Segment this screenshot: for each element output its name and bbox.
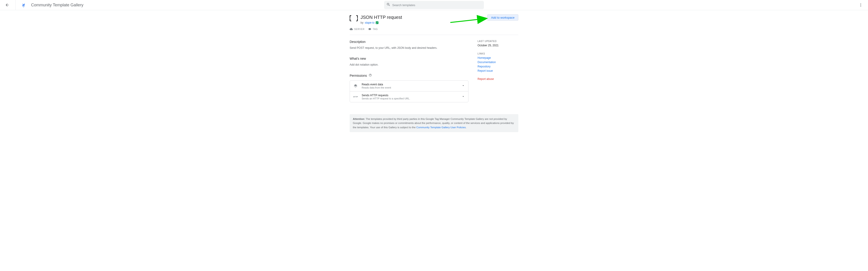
notice-strong: Attention — [353, 117, 364, 120]
type-label: TAG — [373, 28, 378, 30]
permission-title: Reads event data — [362, 83, 458, 86]
chevron-down-icon — [461, 84, 465, 88]
permissions-section: Permissions Reads event data Reads data … — [350, 74, 468, 102]
add-to-workspace-button[interactable]: Add to workspace — [487, 14, 518, 21]
report-abuse-link[interactable]: Report abuse — [477, 77, 518, 81]
app-header: Community Template Gallery — [0, 0, 868, 10]
permission-subtitle: Reads data from the event — [362, 86, 458, 89]
permission-text: Sends HTTP requests Sends an HTTP reques… — [362, 94, 458, 100]
description-heading: Description — [350, 40, 468, 44]
type-chip: TAG — [368, 27, 378, 31]
left-column: Description Send POST request, to your U… — [350, 40, 468, 109]
tag-icon — [368, 27, 371, 31]
search-icon — [386, 2, 391, 7]
layers-icon — [353, 83, 358, 88]
permission-title: Sends HTTP requests — [362, 94, 458, 97]
main-content: { } JSON HTTP request by stape-io Add to… — [350, 10, 518, 132]
search-bar[interactable] — [384, 1, 484, 9]
links-label: LINKS — [477, 52, 518, 55]
last-updated-block: LAST UPDATED October 25, 2021 — [477, 40, 518, 47]
template-header-row: { } JSON HTTP request by stape-io Add to… — [350, 14, 518, 24]
link-repository[interactable]: Repository — [477, 65, 518, 68]
description-body: Send POST request, to your URL, with JSO… — [350, 46, 468, 50]
permission-subtitle: Sends an HTTP request to a specified URL… — [362, 97, 458, 100]
cloud-icon — [350, 27, 353, 31]
svg-point-5 — [861, 6, 861, 7]
verified-badge-icon — [376, 21, 378, 24]
help-icon[interactable] — [369, 74, 372, 78]
link-documentation[interactable]: Documentation — [477, 61, 518, 64]
svg-point-3 — [861, 3, 861, 4]
meta-row: SERVER TAG — [350, 27, 518, 35]
back-arrow-icon — [5, 3, 9, 7]
author-link[interactable]: stape-io — [365, 21, 375, 24]
template-logo-icon: { } — [350, 14, 358, 23]
platform-chip: SERVER — [350, 27, 365, 31]
last-updated-label: LAST UPDATED — [477, 40, 518, 43]
links-block: LINKS Homepage Documentation Repository … — [477, 52, 518, 73]
svg-point-4 — [861, 5, 861, 5]
two-column-layout: Description Send POST request, to your U… — [350, 40, 518, 109]
byline: by stape-io — [361, 21, 487, 24]
permissions-card: Reads event data Reads data from the eve… — [350, 80, 468, 102]
add-button-label: Add to workspace — [491, 16, 515, 19]
more-menu-button[interactable] — [856, 0, 865, 9]
permission-sends-http[interactable]: HTTP Sends HTTP requests Sends an HTTP r… — [350, 91, 468, 102]
links-list: Homepage Documentation Repository Report… — [477, 56, 518, 73]
permission-reads-event-data[interactable]: Reads event data Reads data from the eve… — [350, 81, 468, 91]
more-vert-icon — [859, 3, 863, 7]
chevron-down-icon — [461, 94, 465, 99]
notice-tail: . — [466, 126, 466, 129]
title-group: JSON HTTP request by stape-io — [361, 14, 487, 24]
back-button[interactable] — [3, 0, 12, 9]
http-icon: HTTP — [353, 94, 358, 100]
header-left-group: Community Template Gallery — [3, 0, 84, 10]
last-updated-value: October 25, 2021 — [477, 44, 518, 47]
right-column: LAST UPDATED October 25, 2021 LINKS Home… — [477, 40, 518, 109]
template-title: JSON HTTP request — [361, 14, 487, 20]
link-report-issue[interactable]: Report issue — [477, 69, 518, 73]
svg-text:{ }: { } — [350, 14, 358, 22]
search-input[interactable] — [392, 3, 482, 7]
description-section: Description Send POST request, to your U… — [350, 40, 468, 50]
gtm-logo-icon — [21, 2, 26, 7]
attention-notice: Attention: The templates provided by thi… — [350, 114, 518, 132]
whatsnew-section: What's new Add dot notation option. — [350, 57, 468, 67]
platform-label: SERVER — [354, 28, 365, 30]
permissions-heading-row: Permissions — [350, 74, 468, 78]
permission-text: Reads event data Reads data from the eve… — [362, 83, 458, 89]
permissions-heading: Permissions — [350, 74, 367, 77]
by-prefix: by — [361, 21, 364, 24]
header-title: Community Template Gallery — [31, 3, 84, 7]
whatsnew-heading: What's new — [350, 57, 468, 60]
svg-point-2 — [23, 6, 24, 7]
link-homepage[interactable]: Homepage — [477, 56, 518, 59]
notice-link[interactable]: Community Template Gallery User Policies — [416, 126, 466, 129]
whatsnew-body: Add dot notation option. — [350, 63, 468, 67]
